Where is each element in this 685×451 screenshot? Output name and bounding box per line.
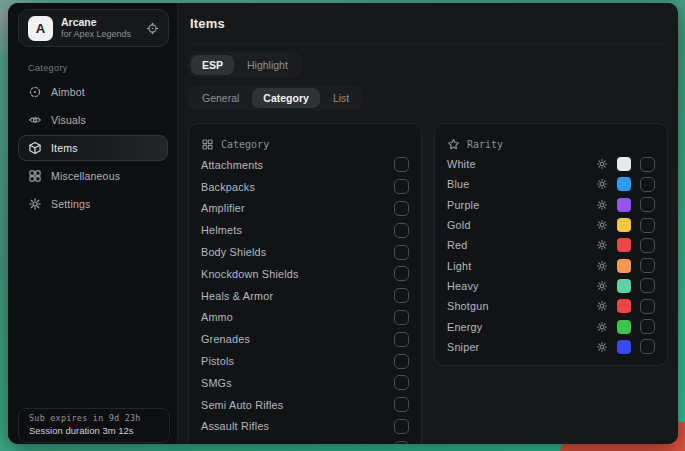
category-list: AttachmentsBackpacksAmplifierHelmetsBody… [201,154,409,444]
category-row: LMGs [201,437,409,444]
sidebar-section-label: Category [28,63,177,73]
sidebar-item-visuals[interactable]: Visuals [18,107,168,133]
color-swatch[interactable] [617,320,631,334]
gear-icon[interactable] [596,260,608,272]
color-swatch[interactable] [617,340,631,354]
rarity-item-label: Heavy [447,280,479,292]
rarity-checkbox[interactable] [640,339,655,354]
tab-list[interactable]: List [322,88,360,108]
rarity-checkbox[interactable] [640,177,655,192]
category-item-label: Helmets [201,224,242,236]
gear-icon[interactable] [596,321,608,333]
category-checkbox[interactable] [394,397,409,412]
rarity-checkbox[interactable] [640,319,655,334]
sidebar-item-items[interactable]: Items [18,135,168,161]
sidebar-item-label: Items [51,142,78,154]
category-checkbox[interactable] [394,288,409,303]
rarity-list: WhiteBluePurpleGoldRedLightHeavyShotgunE… [447,154,655,357]
mode-option-esp[interactable]: ESP [191,55,234,75]
tab-general[interactable]: General [191,88,250,108]
sidebar-item-label: Aimbot [51,86,85,98]
sidebar-item-label: Visuals [51,114,86,126]
rarity-row: Energy [447,316,655,336]
category-checkbox[interactable] [394,419,409,434]
category-checkbox[interactable] [394,266,409,281]
category-checkbox[interactable] [394,223,409,238]
rarity-controls [596,157,655,172]
color-swatch[interactable] [617,238,631,252]
app-name: Arcane [61,16,131,29]
rarity-checkbox[interactable] [640,197,655,212]
sidebar-item-miscellaneous[interactable]: Miscellaneous [18,163,168,189]
sub-expiry-text: Sub expires in 9d 23h [29,413,159,423]
color-swatch[interactable] [617,198,631,212]
category-checkbox[interactable] [394,332,409,347]
rarity-item-label: Light [447,260,471,272]
category-checkbox[interactable] [394,441,409,444]
tab-bar-wrap: GeneralCategoryList [188,85,668,111]
category-row: Pistols [201,350,409,372]
gear-icon[interactable] [596,341,608,353]
rarity-controls [596,218,655,233]
rarity-checkbox[interactable] [640,278,655,293]
category-checkbox[interactable] [394,245,409,260]
gear-icon[interactable] [596,178,608,190]
color-swatch[interactable] [617,259,631,273]
grid-icon [28,169,42,183]
category-panel-title: Category [221,139,269,150]
gear-icon[interactable] [596,280,608,292]
app-header-card: A Arcane for Apex Legends [18,9,169,47]
mode-toggle: ESPHighlight [188,52,302,78]
rarity-checkbox[interactable] [640,258,655,273]
gear-icon[interactable] [596,239,608,251]
gear-icon[interactable] [596,300,608,312]
gear-icon[interactable] [596,158,608,170]
category-item-label: Semi Auto Rifles [201,399,283,411]
category-row: Semi Auto Rifles [201,394,409,416]
color-swatch[interactable] [617,177,631,191]
rarity-controls [596,278,655,293]
category-row: Assault Rifles [201,416,409,438]
category-grid-icon [201,138,214,151]
crosshair-icon[interactable] [146,22,159,35]
gear-icon[interactable] [596,199,608,211]
mode-option-highlight[interactable]: Highlight [236,55,299,75]
rarity-item-label: Gold [447,219,471,231]
rarity-controls [596,197,655,212]
category-row: Body Shields [201,241,409,263]
sidebar-item-aimbot[interactable]: Aimbot [18,79,168,105]
rarity-item-label: Blue [447,178,469,190]
sidebar-item-settings[interactable]: Settings [18,191,168,217]
category-item-label: Knockdown Shields [201,268,299,280]
color-swatch[interactable] [617,218,631,232]
category-item-label: Body Shields [201,246,266,258]
rarity-controls [596,238,655,253]
rarity-checkbox[interactable] [640,299,655,314]
category-checkbox[interactable] [394,179,409,194]
color-swatch[interactable] [617,279,631,293]
rarity-checkbox[interactable] [640,238,655,253]
rarity-checkbox[interactable] [640,218,655,233]
category-checkbox[interactable] [394,201,409,216]
rarity-controls [596,258,655,273]
main-content: Items ESPHighlight GeneralCategoryList C… [178,3,678,444]
rarity-row: Light [447,255,655,275]
category-row: Grenades [201,328,409,350]
rarity-checkbox[interactable] [640,157,655,172]
category-checkbox[interactable] [394,354,409,369]
gear-icon[interactable] [596,219,608,231]
rarity-item-label: White [447,158,476,170]
category-item-label: LMGs [201,442,231,444]
category-checkbox[interactable] [394,375,409,390]
rarity-panel-header: Rarity [447,134,655,154]
color-swatch[interactable] [617,299,631,313]
tab-category[interactable]: Category [252,88,320,108]
category-checkbox[interactable] [394,157,409,172]
category-row: Amplifier [201,198,409,220]
rarity-panel-title: Rarity [467,139,503,150]
tab-bar: GeneralCategoryList [188,85,363,111]
gear-icon [28,197,42,211]
rarity-controls [596,319,655,334]
category-checkbox[interactable] [394,310,409,325]
color-swatch[interactable] [617,157,631,171]
